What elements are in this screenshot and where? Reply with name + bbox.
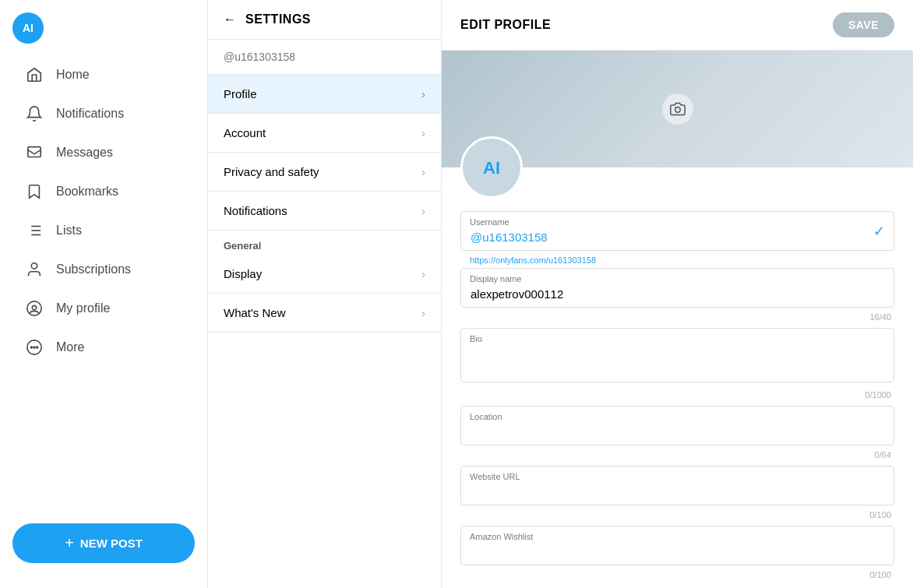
sidebar-item-subscriptions[interactable]: Subscriptions	[6, 251, 201, 288]
sidebar-item-my-profile-label: My profile	[56, 301, 110, 315]
settings-menu-item-profile-label: Profile	[224, 87, 257, 100]
general-section-label: General	[208, 231, 441, 255]
avatar[interactable]: AI	[12, 12, 44, 44]
sidebar-item-lists[interactable]: Lists	[6, 212, 201, 249]
sidebar-item-more-label: More	[56, 340, 84, 354]
avatar-icon: AI	[476, 152, 507, 183]
settings-title: SETTINGS	[245, 12, 311, 26]
camera-icon	[662, 93, 693, 125]
bio-count: 0/1000	[460, 389, 894, 406]
settings-menu-item-account-label: Account	[224, 126, 266, 139]
chevron-right-icon-account: ›	[421, 126, 425, 139]
amazon-wishlist-input[interactable]	[460, 526, 894, 565]
settings-menu-item-whats-new-label: What's New	[224, 306, 286, 319]
user-circle-icon	[25, 299, 44, 318]
list-icon	[25, 221, 44, 240]
svg-point-10	[30, 347, 32, 348]
plus-icon: +	[65, 534, 74, 552]
svg-text:AI: AI	[483, 158, 500, 178]
settings-menu-item-display-label: Display	[224, 267, 262, 280]
bell-icon	[25, 104, 44, 123]
sidebar-item-messages-label: Messages	[56, 146, 113, 160]
sidebar-item-bookmarks-label: Bookmarks	[56, 185, 118, 199]
bio-input[interactable]	[460, 328, 894, 382]
new-post-label: NEW POST	[80, 537, 143, 550]
sidebar-item-notifications-label: Notifications	[56, 107, 124, 121]
chevron-right-icon-notifications: ›	[421, 204, 425, 217]
svg-point-11	[33, 347, 35, 348]
svg-point-13	[675, 107, 680, 113]
settings-menu-item-notifications-label: Notifications	[224, 204, 287, 217]
website-url-input[interactable]	[460, 466, 894, 505]
edit-profile-title: EDIT PROFILE	[460, 18, 551, 32]
sidebar-item-more[interactable]: More	[6, 329, 201, 366]
sidebar-item-notifications[interactable]: Notifications	[6, 95, 201, 132]
chevron-right-icon: ›	[421, 87, 425, 100]
settings-menu-item-whats-new[interactable]: What's New ›	[208, 294, 441, 333]
settings-menu-item-privacy[interactable]: Privacy and safety ›	[208, 153, 441, 192]
settings-menu-item-notifications[interactable]: Notifications ›	[208, 192, 441, 231]
bio-field: Bio	[460, 328, 894, 386]
chevron-right-icon-display: ›	[421, 267, 425, 280]
website-url-field: Website URL	[460, 466, 894, 505]
bookmark-icon	[25, 182, 44, 201]
form-section: Username ✓ https://onlyfans.com/u1613031…	[442, 211, 913, 586]
display-name-input[interactable]	[460, 268, 894, 308]
edit-profile-panel: EDIT PROFILE SAVE AI Username ✓ https://…	[442, 0, 913, 588]
sidebar-item-lists-label: Lists	[56, 224, 82, 238]
subscriptions-icon	[25, 260, 44, 279]
location-count: 0/64	[460, 449, 894, 466]
location-input[interactable]	[460, 406, 894, 445]
check-icon: ✓	[873, 223, 885, 240]
settings-menu-item-privacy-label: Privacy and safety	[224, 165, 319, 178]
location-field: Location	[460, 406, 894, 445]
back-button[interactable]: ←	[224, 12, 236, 26]
settings-panel: ← SETTINGS @u161303158 Profile › Account…	[208, 0, 442, 588]
settings-header: ← SETTINGS	[208, 0, 441, 40]
svg-point-8	[27, 301, 41, 315]
username-hint: https://onlyfans.com/u161303158	[460, 254, 894, 268]
amazon-wishlist-count: 0/100	[460, 569, 894, 586]
edit-profile-header: EDIT PROFILE SAVE	[442, 0, 913, 51]
avatar-section: AI	[442, 136, 913, 199]
more-circle-icon	[25, 338, 44, 357]
sidebar-item-my-profile[interactable]: My profile	[6, 290, 201, 327]
sidebar-item-bookmarks[interactable]: Bookmarks	[6, 173, 201, 210]
settings-menu-item-display[interactable]: Display ›	[208, 255, 441, 294]
settings-menu-item-profile[interactable]: Profile ›	[208, 75, 441, 114]
sidebar-item-home-label: Home	[56, 68, 90, 82]
message-icon	[25, 143, 44, 162]
settings-username: @u161303158	[208, 40, 441, 75]
chevron-right-icon-whats-new: ›	[421, 306, 425, 319]
svg-point-12	[37, 347, 38, 348]
amazon-wishlist-field: Amazon Wishlist	[460, 526, 894, 565]
home-icon	[25, 65, 44, 84]
username-field: Username ✓	[460, 211, 894, 251]
sidebar: AI Home Notifications Messages	[0, 0, 208, 588]
settings-menu-item-account[interactable]: Account ›	[208, 114, 441, 153]
sidebar-item-home[interactable]: Home	[6, 56, 201, 93]
chevron-right-icon-privacy: ›	[421, 165, 425, 178]
save-button[interactable]: SAVE	[833, 12, 894, 37]
sidebar-item-subscriptions-label: Subscriptions	[56, 262, 131, 276]
display-name-field: Display name	[460, 268, 894, 308]
profile-avatar[interactable]: AI	[460, 136, 523, 199]
sidebar-nav: Home Notifications Messages Bookmarks	[0, 56, 207, 511]
new-post-button[interactable]: + NEW POST	[12, 523, 195, 563]
display-name-count: 16/40	[460, 311, 894, 328]
website-url-count: 0/100	[460, 509, 894, 526]
username-input[interactable]	[460, 211, 894, 251]
sidebar-item-messages[interactable]: Messages	[6, 134, 201, 171]
svg-point-7	[31, 263, 37, 269]
svg-rect-0	[28, 147, 41, 157]
